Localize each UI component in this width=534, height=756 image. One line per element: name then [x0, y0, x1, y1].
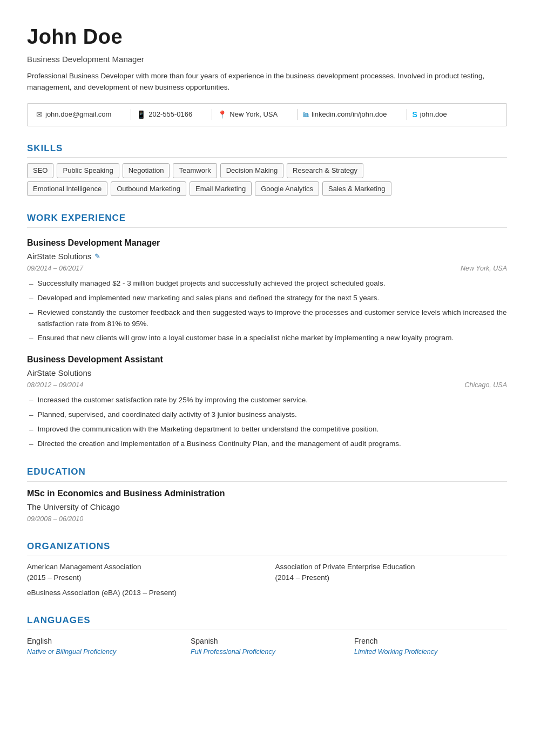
bullet-dash-icon: – — [29, 424, 33, 436]
contact-divider-4 — [407, 109, 407, 120]
language-level: Limited Working Proficiency — [354, 647, 507, 657]
bullet-dash-icon: – — [29, 293, 33, 305]
company-line: AirState Solutions — [27, 367, 507, 380]
work-experience-section: WORK EXPERIENCE Business Development Man… — [27, 211, 507, 450]
bullet-item: –Directed the creation and implementatio… — [29, 438, 507, 450]
job-title: Business Development Assistant — [27, 353, 507, 366]
skill-tag: Email Marketing — [190, 181, 252, 197]
external-link-icon[interactable]: ✎ — [94, 251, 100, 262]
languages-section-title: LANGUAGES — [27, 613, 507, 630]
skill-tag: Google Analytics — [255, 181, 319, 197]
company-name: AirState Solutions — [27, 251, 91, 263]
contact-divider-1 — [131, 109, 131, 120]
education-entry: MSc in Economics and Business Administra… — [27, 487, 507, 524]
job-title: Business Development Manager — [27, 237, 507, 249]
skill-tag: Sales & Marketing — [322, 181, 391, 197]
language-level: Native or Bilingual Proficiency — [27, 647, 180, 657]
skill-tag: Research & Strategy — [287, 163, 363, 178]
phone-value: 202-555-0166 — [148, 109, 192, 120]
bullet-text: Successfully managed $2 - 3 million budg… — [38, 278, 386, 289]
bullet-text: Increased the customer satisfaction rate… — [38, 395, 308, 406]
candidate-title: Business Development Manager — [27, 53, 507, 66]
skill-tag: SEO — [27, 163, 53, 178]
location-contact: 📍 New York, USA — [218, 109, 287, 120]
bullet-dash-icon: – — [29, 410, 33, 421]
candidate-summary: Professional Business Developer with mor… — [27, 70, 491, 93]
bullet-dash-icon: – — [29, 333, 33, 345]
date-location-row: 08/2012 – 09/2014Chicago, USA — [27, 380, 507, 390]
email-contact: ✉ john.doe@gmail.com — [36, 109, 121, 120]
bullet-text: Improved the communication with the Mark… — [38, 424, 379, 435]
language-name: Spanish — [191, 636, 343, 647]
email-icon: ✉ — [36, 109, 43, 120]
date-location-row: 09/2014 – 06/2017New York, USA — [27, 264, 507, 274]
bullet-item: –Developed and implemented new marketing… — [29, 293, 507, 305]
linkedin-value: linkedin.com/in/john.doe — [312, 109, 387, 120]
phone-contact: 📱 202-555-0166 — [137, 109, 202, 120]
contact-bar: ✉ john.doe@gmail.com 📱 202-555-0166 📍 Ne… — [27, 103, 507, 126]
edu-date: 09/2008 – 06/2010 — [27, 514, 507, 524]
education-section: EDUCATION MSc in Economics and Business … — [27, 465, 507, 524]
org-item: eBusiness Association (eBA) (2013 – Pres… — [27, 588, 259, 598]
skype-contact: S john.doe — [413, 109, 447, 120]
skills-row-1: SEOPublic SpeakingNegotiationTeamworkDec… — [27, 163, 507, 178]
job-entry: Business Development AssistantAirState S… — [27, 353, 507, 450]
contact-divider-2 — [212, 109, 212, 120]
location-value: New York, USA — [229, 109, 278, 120]
bullet-dash-icon: – — [29, 308, 33, 319]
organizations-section: ORGANIZATIONS American Management Associ… — [27, 539, 507, 598]
skills-row-2: Emotional IntelligenceOutbound Marketing… — [27, 181, 507, 197]
org-item: Association of Private Enterprise Educat… — [275, 562, 508, 584]
languages-section: LANGUAGES EnglishNative or Bilingual Pro… — [27, 613, 507, 657]
language-entry: SpanishFull Professional Proficiency — [191, 636, 343, 657]
school-name: The University of Chicago — [27, 501, 507, 514]
job-location: Chicago, USA — [464, 380, 507, 390]
skill-tag: Emotional Intelligence — [27, 181, 107, 197]
bullet-item: –Planned, supervised, and coordinated da… — [29, 409, 507, 421]
degree-title: MSc in Economics and Business Administra… — [27, 487, 507, 500]
bullet-dash-icon: – — [29, 279, 33, 290]
bullet-text: Reviewed constantly the customer feedbac… — [38, 307, 507, 330]
bullet-text: Directed the creation and implementation… — [38, 438, 401, 450]
bullet-text: Planned, supervised, and coordinated dai… — [38, 409, 297, 421]
skype-value: john.doe — [420, 109, 447, 120]
bullet-item: –Successfully managed $2 - 3 million bud… — [29, 278, 507, 290]
company-line: AirState Solutions ✎ — [27, 251, 507, 263]
contact-divider-3 — [297, 109, 298, 120]
skill-tag: Negotiation — [123, 163, 170, 178]
candidate-name: John Doe — [27, 22, 507, 52]
location-icon: 📍 — [218, 109, 227, 120]
org-item: American Management Association (2015 – … — [27, 562, 259, 584]
organizations-section-title: ORGANIZATIONS — [27, 539, 507, 556]
linkedin-contact: in linkedin.com/in/john.doe — [303, 109, 396, 120]
skill-tag: Decision Making — [220, 163, 283, 178]
bullet-item: –Improved the communication with the Mar… — [29, 424, 507, 436]
bullet-dash-icon: – — [29, 395, 33, 407]
email-value: john.doe@gmail.com — [45, 109, 111, 120]
company-name: AirState Solutions — [27, 367, 91, 380]
skill-tag: Public Speaking — [57, 163, 119, 178]
skills-section-title: SKILLS — [27, 141, 507, 158]
bullet-item: –Increased the customer satisfaction rat… — [29, 395, 507, 407]
work-section-title: WORK EXPERIENCE — [27, 211, 507, 228]
bullet-list: –Successfully managed $2 - 3 million bud… — [29, 278, 507, 345]
education-section-title: EDUCATION — [27, 465, 507, 482]
bullet-text: Ensured that new clients will grow into … — [38, 333, 454, 344]
bullet-list: –Increased the customer satisfaction rat… — [29, 395, 507, 450]
job-date: 08/2012 – 09/2014 — [27, 380, 83, 390]
job-date: 09/2014 – 06/2017 — [27, 264, 83, 274]
bullet-dash-icon: – — [29, 439, 33, 450]
job-entry: Business Development ManagerAirState Sol… — [27, 237, 507, 345]
phone-icon: 📱 — [137, 109, 146, 120]
resume-header: John Doe Business Development Manager Pr… — [27, 22, 507, 93]
language-entry: EnglishNative or Bilingual Proficiency — [27, 636, 180, 657]
bullet-item: –Ensured that new clients will grow into… — [29, 333, 507, 345]
job-location: New York, USA — [461, 264, 507, 274]
bullet-text: Developed and implemented new marketing … — [38, 293, 380, 304]
skill-tag: Outbound Marketing — [111, 181, 186, 197]
skill-tag: Teamwork — [173, 163, 217, 178]
skills-section: SKILLS SEOPublic SpeakingNegotiationTeam… — [27, 141, 507, 197]
language-name: English — [27, 636, 180, 647]
skype-icon: S — [413, 109, 417, 120]
org-item — [275, 588, 508, 598]
